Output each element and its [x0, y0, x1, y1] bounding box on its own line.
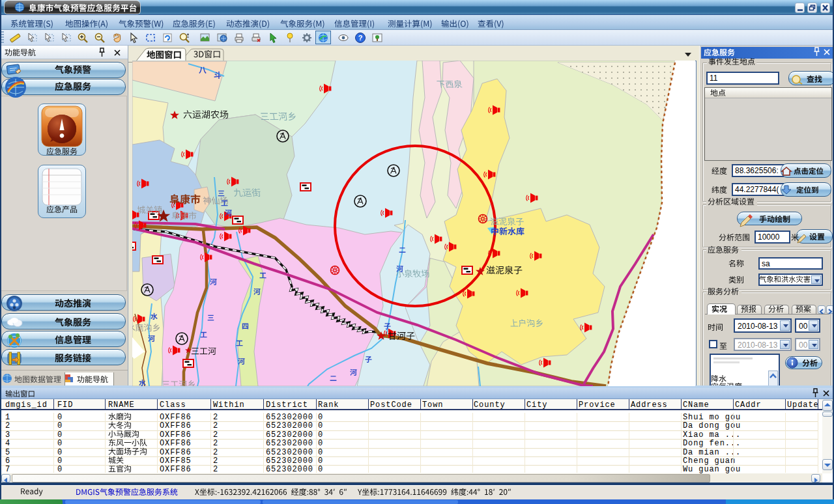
svg-text:?: ?	[358, 34, 363, 42]
